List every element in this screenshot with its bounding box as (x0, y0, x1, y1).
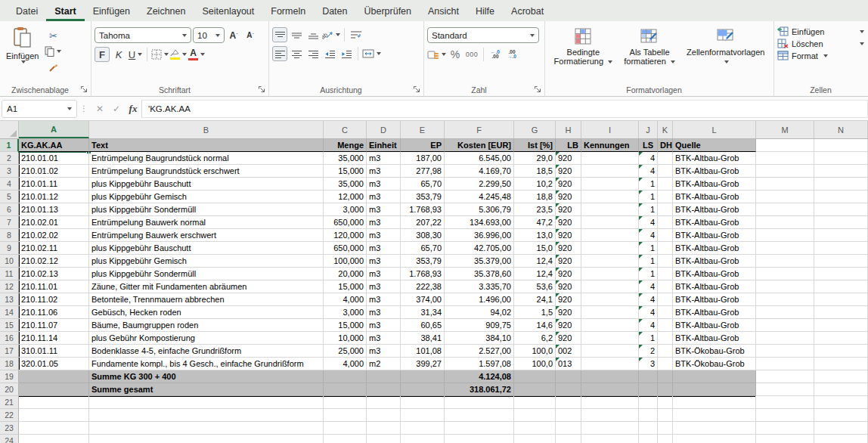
cell-N12[interactable] (814, 280, 868, 293)
name-box[interactable]: A1 (2, 100, 77, 118)
cell-N20[interactable] (814, 383, 868, 396)
align-bottom-icon[interactable] (305, 27, 321, 42)
cell-B14[interactable]: Gebüsch, Hecken roden (89, 306, 324, 319)
cell-L11[interactable]: BTK-Altbau-Grob (673, 268, 756, 280)
cell-N18[interactable] (814, 358, 868, 370)
cell-J5[interactable]: 1 (639, 191, 658, 203)
cell-L1[interactable]: Quelle (673, 139, 756, 152)
cell-L14[interactable]: BTK-Altbau-Grob (673, 306, 756, 319)
cell-C9[interactable]: 650,000 (324, 242, 367, 255)
cell-E17[interactable]: 101,08 (401, 345, 445, 358)
cell-B8[interactable]: Entrümpelung Bauwerk erschwert (89, 229, 324, 242)
cancel-icon[interactable]: ✕ (91, 104, 108, 114)
cell-F5[interactable]: 4.245,48 (445, 191, 514, 203)
format-as-table-button[interactable]: Als Tabelleformatieren (621, 26, 678, 67)
cell-N23[interactable] (814, 422, 868, 435)
cell-B23[interactable] (89, 422, 324, 435)
cell-B1[interactable]: Text (89, 139, 324, 152)
cell-H12[interactable]: 920 (556, 280, 581, 293)
cell-B11[interactable]: plus Kippgebühr Sondermüll (89, 268, 324, 280)
cell-I23[interactable] (581, 422, 639, 435)
cell-B4[interactable]: plus Kippgebühr Bauschutt (89, 178, 324, 191)
cell-M19[interactable] (756, 370, 814, 383)
cell-L8[interactable]: BTK-Altbau-Grob (673, 229, 756, 242)
cell-G20[interactable] (514, 383, 556, 396)
cell-J12[interactable]: 4 (639, 280, 658, 293)
cell-A6[interactable]: 210.01.13 (19, 203, 89, 216)
cell-J16[interactable]: 1 (639, 332, 658, 345)
cell-K3[interactable] (658, 165, 673, 178)
cell-B18[interactable]: Fundamente kompl., bis 4 Gesch., einfach… (89, 358, 324, 370)
cell-E5[interactable]: 353,79 (401, 191, 445, 203)
cell-K8[interactable] (658, 229, 673, 242)
cell-L9[interactable]: BTK-Altbau-Grob (673, 242, 756, 255)
cell-C21[interactable] (324, 396, 367, 409)
row-header-12[interactable]: 12 (0, 280, 19, 293)
cut-icon[interactable]: ✂ (45, 28, 61, 43)
cell-C22[interactable] (324, 409, 367, 422)
cell-K24[interactable] (658, 435, 673, 443)
cell-D4[interactable]: m3 (367, 178, 401, 191)
cell-D9[interactable]: m3 (367, 242, 401, 255)
row-header-2[interactable]: 2 (0, 152, 19, 165)
cell-H9[interactable]: 920 (556, 242, 581, 255)
cell-N22[interactable] (814, 409, 868, 422)
cell-H14[interactable]: 920 (556, 306, 581, 319)
cell-M2[interactable] (756, 152, 814, 165)
cell-L21[interactable] (673, 396, 756, 409)
cell-M15[interactable] (756, 319, 814, 332)
column-header-L[interactable]: L (673, 121, 756, 138)
tab-einfügen[interactable]: Einfügen (85, 2, 138, 21)
cell-M17[interactable] (756, 345, 814, 358)
row-header-7[interactable]: 7 (0, 216, 19, 229)
cell-L13[interactable]: BTK-Altbau-Grob (673, 293, 756, 306)
cell-H20[interactable] (556, 383, 581, 396)
cell-K9[interactable] (658, 242, 673, 255)
cell-I11[interactable] (581, 268, 639, 280)
cell-I21[interactable] (581, 396, 639, 409)
cell-D3[interactable]: m3 (367, 165, 401, 178)
cell-L7[interactable]: BTK-Altbau-Grob (673, 216, 756, 229)
cell-F6[interactable]: 5.306,79 (445, 203, 514, 216)
cell-M4[interactable] (756, 178, 814, 191)
cell-G11[interactable]: 12,4 (514, 268, 556, 280)
cell-A8[interactable]: 210.02.02 (19, 229, 89, 242)
font-name-select[interactable]: Tahoma (95, 27, 191, 43)
cell-C5[interactable]: 12,000 (324, 191, 367, 203)
cell-G14[interactable]: 1,5 (514, 306, 556, 319)
cell-I18[interactable] (581, 358, 639, 370)
cell-F3[interactable]: 4.169,70 (445, 165, 514, 178)
row-header-23[interactable]: 23 (0, 422, 19, 435)
cell-G22[interactable] (514, 409, 556, 422)
format-cells-button[interactable]: Format (777, 51, 864, 60)
cell-M1[interactable] (756, 139, 814, 152)
cell-B2[interactable]: Entrümpelung Baugrundstück normal (89, 152, 324, 165)
tab-seitenlayout[interactable]: Seitenlayout (194, 2, 262, 21)
enter-icon[interactable]: ✓ (108, 104, 125, 114)
cell-G24[interactable] (514, 435, 556, 443)
cell-J19[interactable] (639, 370, 658, 383)
cell-C17[interactable]: 25,000 (324, 345, 367, 358)
cell-N3[interactable] (814, 165, 868, 178)
cell-E1[interactable]: EP (401, 139, 445, 152)
cell-H1[interactable]: LB (556, 139, 581, 152)
cell-N14[interactable] (814, 306, 868, 319)
row-header-18[interactable]: 18 (0, 358, 19, 370)
cell-K20[interactable] (658, 383, 673, 396)
cell-G13[interactable]: 24,1 (514, 293, 556, 306)
cell-G4[interactable]: 10,2 (514, 178, 556, 191)
cell-G16[interactable]: 6,2 (514, 332, 556, 345)
cell-A20[interactable] (19, 383, 89, 396)
align-top-icon[interactable] (272, 27, 287, 42)
row-header-21[interactable]: 21 (0, 396, 19, 409)
cell-H2[interactable]: 920 (556, 152, 581, 165)
cell-N17[interactable] (814, 345, 868, 358)
cell-D18[interactable]: m2 (367, 358, 401, 370)
cell-N4[interactable] (814, 178, 868, 191)
cell-G19[interactable] (514, 370, 556, 383)
cell-H8[interactable]: 920 (556, 229, 581, 242)
cell-H24[interactable] (556, 435, 581, 443)
font-color-button[interactable]: A (188, 47, 205, 62)
cell-L10[interactable]: BTK-Altbau-Grob (673, 255, 756, 268)
cell-F1[interactable]: Kosten [EUR] (445, 139, 514, 152)
